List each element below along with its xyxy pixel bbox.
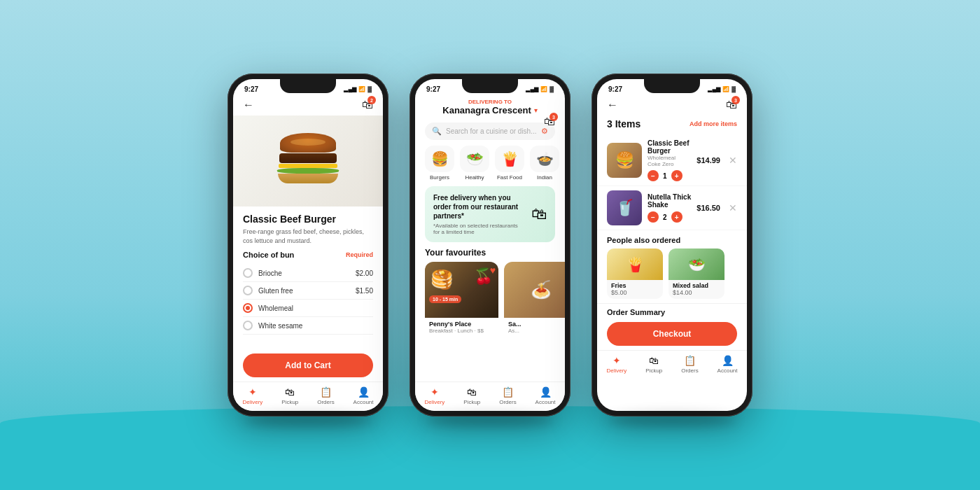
label-gluten-free: Gluten free xyxy=(258,287,293,295)
cart-badge-3: 3 xyxy=(732,96,740,104)
shake-cart-image: 🥤 xyxy=(607,190,642,225)
add-more-button[interactable]: Add more items xyxy=(690,120,737,127)
salad-thumb: 🥗 xyxy=(668,248,724,280)
nav-delivery-3[interactable]: ✦ Delivery xyxy=(606,355,626,374)
nav-orders-2[interactable]: 📋 Orders xyxy=(499,386,516,405)
orders-label: Orders xyxy=(317,399,334,405)
burger-cart-sub2: Coke Zero xyxy=(648,161,691,167)
burger-info: Classic Beef Burger Wholemeal Coke Zero … xyxy=(648,139,691,181)
pennys-image xyxy=(425,262,498,318)
radio-gluten-free[interactable] xyxy=(243,286,253,295)
remove-shake[interactable]: ✕ xyxy=(729,202,737,214)
account-icon-3: 👤 xyxy=(722,355,734,366)
nav-pickup-2[interactable]: 🛍 Pickup xyxy=(463,386,480,405)
promo-title: Free delivery when you order from our re… xyxy=(433,193,526,220)
cart-item-burger: 🍔 Classic Beef Burger Wholemeal Coke Zer… xyxy=(597,135,747,186)
radio-white-sesame[interactable] xyxy=(243,321,253,330)
remove-burger[interactable]: ✕ xyxy=(729,155,737,166)
pennys-name: Penny's Place xyxy=(429,321,494,328)
orders-label-3: Orders xyxy=(681,368,698,374)
notch-1 xyxy=(280,79,336,93)
delivering-to-label: DELIVERING TO xyxy=(425,99,555,105)
option-gluten-free[interactable]: Gluten free $1.50 xyxy=(243,282,373,300)
cuisine-healthy[interactable]: 🥗 Healthy xyxy=(460,146,489,181)
items-row: 3 Items Add more items xyxy=(597,115,747,135)
label-brioche: Brioche xyxy=(258,270,282,277)
phone-3: 9:27 ▂▄▆ 📶 ▓ ← 🛍 3 3 Items Add more item… xyxy=(592,74,752,416)
cart-item-shake: 🥤 Nutella Thick Shake − 2 + $16.50 ✕ xyxy=(597,186,747,230)
decrease-burger[interactable]: − xyxy=(648,170,659,181)
increase-burger[interactable]: + xyxy=(671,170,682,181)
delivery-label-2: Delivery xyxy=(424,399,444,405)
pickup-label: Pickup xyxy=(281,399,298,405)
burger-cart-sub1: Wholemeal xyxy=(648,155,691,161)
cart-button-3[interactable]: 🛍 3 xyxy=(726,99,737,111)
location-name: Kananagra Crescent xyxy=(442,105,531,115)
promo-text: Free delivery when you order from our re… xyxy=(433,193,526,235)
required-badge: Required xyxy=(346,251,373,258)
fav-card-pennys[interactable]: 10 - 15 min ♥ Penny's Place Breakfast · … xyxy=(425,262,498,337)
lettuce-visual xyxy=(277,168,339,174)
battery-icon-3: ▓ xyxy=(732,86,736,92)
nav-account-2[interactable]: 👤 Account xyxy=(536,386,556,405)
wifi-icon: 📶 xyxy=(358,86,365,92)
product-title: Classic Beef Burger xyxy=(243,214,373,225)
label-white-sesame: White sesame xyxy=(258,322,302,330)
items-count: 3 Items xyxy=(607,118,640,130)
phones-container: 9:27 ▂▄▆ 📶 ▓ ← 🛍 2 xyxy=(227,74,752,416)
nav-orders-1[interactable]: 📋 Orders xyxy=(317,386,334,405)
second-name: Sa... xyxy=(508,321,565,328)
nav-orders-3[interactable]: 📋 Orders xyxy=(681,355,698,374)
phone-1: 9:27 ▂▄▆ 📶 ▓ ← 🛍 2 xyxy=(227,74,388,416)
cart-button-2[interactable]: 🛍 3 xyxy=(544,115,555,128)
pickup-label-3: Pickup xyxy=(645,368,662,374)
pickup-icon: 🛍 xyxy=(285,386,295,398)
decrease-shake[interactable]: − xyxy=(648,211,659,223)
heart-icon[interactable]: ♥ xyxy=(490,265,496,276)
burgers-label: Burgers xyxy=(430,174,449,181)
radio-wholemeal[interactable] xyxy=(243,303,253,313)
burger-price: $14.99 xyxy=(696,156,720,164)
also-fries[interactable]: 🍟 Fries $5.00 xyxy=(607,248,663,299)
shake-qty-row: − 2 + xyxy=(648,211,691,223)
back-button[interactable]: ← xyxy=(243,99,254,111)
nav-delivery-2[interactable]: ✦ Delivery xyxy=(424,386,444,405)
cart-button[interactable]: 🛍 2 xyxy=(362,99,373,111)
choice-label: Choice of bun xyxy=(243,251,294,259)
cuisine-burgers[interactable]: 🍔 Burgers xyxy=(425,146,454,181)
nav-account-1[interactable]: 👤 Account xyxy=(354,386,374,405)
option-white-sesame[interactable]: White sesame xyxy=(243,317,373,335)
back-button-3[interactable]: ← xyxy=(607,99,618,111)
cart-badge: 2 xyxy=(368,96,376,104)
location-row[interactable]: Kananagra Crescent ▾ xyxy=(425,105,555,115)
checkout-button[interactable]: Checkout xyxy=(607,322,737,346)
product-description: Free-range grass fed beef, cheese, pickl… xyxy=(243,227,373,245)
phone-2: 9:27 ▂▄▆ 📶 ▓ DELIVERING TO Kananagra Cre… xyxy=(410,74,570,416)
fav-card-second[interactable]: 🍝 Sa... As... xyxy=(504,262,565,337)
nav-pickup-1[interactable]: 🛍 Pickup xyxy=(281,386,298,405)
nav-delivery-1[interactable]: ✦ Delivery xyxy=(242,386,262,405)
cuisine-fastfood[interactable]: 🍟 Fast Food xyxy=(495,146,524,181)
option-wholemeal[interactable]: Wholemeal xyxy=(243,300,373,317)
bottom-nav-1: ✦ Delivery 🛍 Pickup 📋 Orders 👤 Account xyxy=(233,382,383,411)
nav-account-3[interactable]: 👤 Account xyxy=(718,355,738,374)
cuisine-indian[interactable]: 🍲 Indian xyxy=(530,146,559,181)
add-to-cart-button[interactable]: Add to Cart xyxy=(243,354,373,377)
wifi-icon-2: 📶 xyxy=(540,86,547,92)
patty-visual xyxy=(279,153,337,163)
search-input[interactable]: Search for a cuisine or dish... xyxy=(446,127,537,135)
nav-pickup-3[interactable]: 🛍 Pickup xyxy=(645,355,662,374)
shake-cart-name: Nutella Thick Shake xyxy=(648,193,691,209)
label-wholemeal: Wholemeal xyxy=(258,304,293,312)
price-gluten-free: $1.50 xyxy=(356,287,373,295)
increase-shake[interactable]: + xyxy=(671,211,682,223)
orders-icon-2: 📋 xyxy=(502,386,514,398)
shake-qty: 2 xyxy=(663,214,667,221)
bottom-nav-3: ✦ Delivery 🛍 Pickup 📋 Orders 👤 Account xyxy=(597,350,747,379)
radio-brioche[interactable] xyxy=(243,268,253,278)
also-salad[interactable]: 🥗 Mixed salad $14.00 xyxy=(668,248,724,299)
search-bar[interactable]: 🔍 Search for a cuisine or dish... ⚙ xyxy=(425,122,555,140)
pennys-info: Penny's Place Breakfast · Lunch · $$ xyxy=(425,318,498,337)
option-brioche[interactable]: Brioche $2.00 xyxy=(243,265,373,282)
p1-content: Classic Beef Burger Free-range grass fed… xyxy=(233,206,383,349)
